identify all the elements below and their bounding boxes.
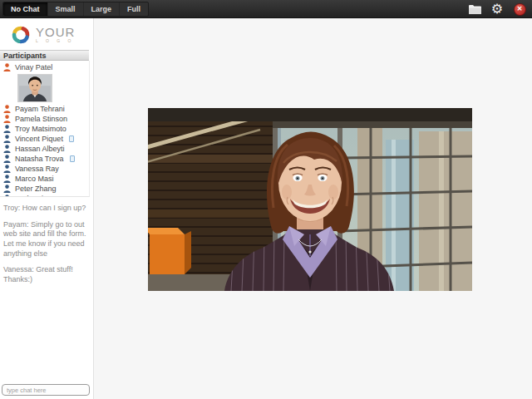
logo-subword: L O G O <box>36 38 75 43</box>
logo-swirl-icon <box>10 24 32 46</box>
sidebar: YOUR L O G O Participants Vinay Patel <box>0 18 94 399</box>
gear-icon[interactable]: ⚙ <box>490 2 505 17</box>
person-icon <box>3 175 11 183</box>
participant-row[interactable]: Peter Zhang <box>0 184 89 194</box>
participants-list[interactable]: Vinay Patel Payam Tehrani <box>0 61 90 197</box>
full-button[interactable]: Full <box>120 2 148 16</box>
chat-message: Payam: Simply go to out web site and fil… <box>3 220 89 259</box>
top-toolbar: No Chat Small Large Full ⚙ ✕ <box>0 0 532 18</box>
participants-header: Participants <box>0 50 89 61</box>
small-button[interactable]: Small <box>48 2 84 16</box>
participant-photo <box>17 74 52 102</box>
person-icon <box>3 135 11 143</box>
person-icon <box>3 115 11 123</box>
toolbar-icons: ⚙ ✕ <box>467 1 527 17</box>
person-icon <box>3 145 11 153</box>
participant-row[interactable]: Vinay Patel <box>0 62 89 72</box>
person-icon <box>3 105 11 113</box>
no-chat-button[interactable]: No Chat <box>3 2 48 16</box>
webinar-app: No Chat Small Large Full ⚙ ✕ <box>0 0 532 399</box>
participant-row[interactable]: Troy Matsimoto <box>0 124 89 134</box>
chat-message: Troy: How can I sign up? <box>3 204 89 214</box>
person-icon <box>3 185 11 193</box>
participant-row[interactable]: Marco Masi <box>0 174 89 184</box>
chat-size-button-group: No Chat Small Large Full <box>2 2 149 17</box>
participant-row[interactable]: Pamela Stinson <box>0 114 89 124</box>
chat-message: Vanessa: Great stuff! Thanks:) <box>3 265 89 284</box>
person-icon <box>3 125 11 133</box>
person-icon <box>3 63 11 71</box>
logo-word: YOUR <box>36 27 75 37</box>
chat-log: Troy: How can I sign up? Payam: Simply g… <box>0 197 93 285</box>
person-icon <box>3 165 11 173</box>
person-icon <box>3 155 11 163</box>
participant-row[interactable]: Vanessa Ray <box>0 164 89 174</box>
chat-input[interactable] <box>2 384 90 396</box>
close-icon[interactable]: ✕ <box>512 2 527 17</box>
main-stage <box>95 18 532 399</box>
participant-row[interactable]: Hassan Albeyti <box>0 144 89 154</box>
logo: YOUR L O G O <box>0 18 93 50</box>
webcam-badge-icon <box>70 155 75 162</box>
participant-row[interactable]: Payam Tehrani <box>0 104 89 114</box>
participant-row[interactable]: Natasha Trova <box>0 154 89 164</box>
large-button[interactable]: Large <box>84 2 121 16</box>
webcam-badge-icon <box>69 135 74 142</box>
presenter-video[interactable] <box>148 108 472 291</box>
participant-row[interactable]: Vincent Piquet <box>0 134 89 144</box>
folder-icon[interactable] <box>467 2 482 17</box>
